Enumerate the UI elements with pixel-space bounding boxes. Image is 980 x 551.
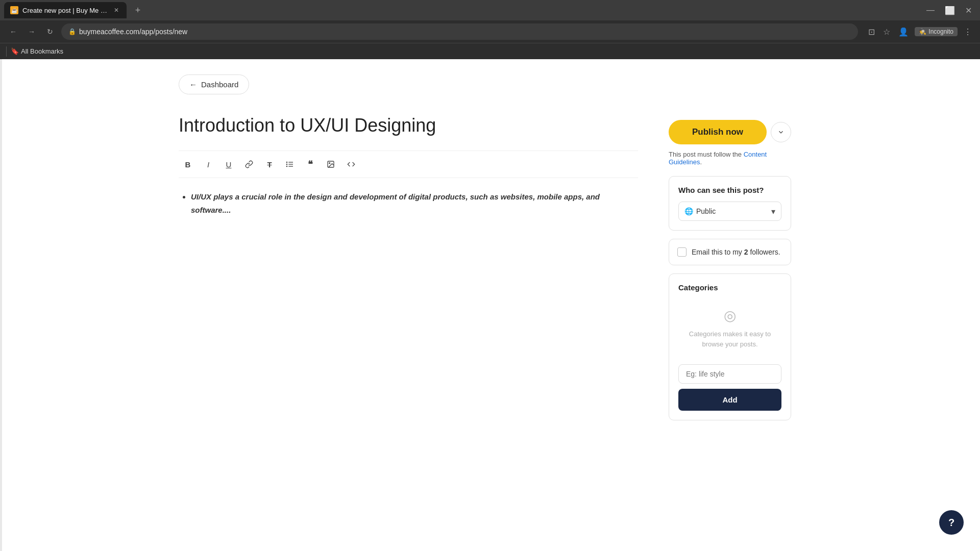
minimize-btn[interactable]: —: [922, 4, 939, 17]
main-layout: Introduction to UX/UI Designing B I U T …: [179, 115, 801, 429]
categories-hint: Categories makes it easy tobrowse your p…: [678, 329, 781, 349]
browser-controls: ← → ↻ 🔒 buymeacoffee.com/app/posts/new ⊡…: [0, 20, 980, 43]
all-bookmarks[interactable]: 🔖 All Bookmarks: [11, 47, 63, 55]
help-btn[interactable]: ?: [939, 510, 964, 535]
tab-title: Create new post | Buy Me a Coff: [22, 7, 108, 14]
browser-chrome: ☕ Create new post | Buy Me a Coff ✕ + — …: [0, 0, 980, 59]
bookmarks-label: All Bookmarks: [21, 47, 63, 55]
publish-now-btn[interactable]: Publish now: [669, 120, 767, 144]
visibility-title: Who can see this post?: [678, 186, 781, 194]
categories-icon: ◎: [678, 307, 781, 324]
page-content: ← Dashboard Introduction to UX/UI Design…: [0, 59, 980, 551]
categories-empty: ◎ Categories makes it easy tobrowse your…: [678, 299, 781, 357]
svg-point-4: [286, 164, 287, 164]
followers-count: 2: [744, 248, 748, 256]
profile-icon[interactable]: 👤: [896, 25, 911, 39]
list-btn[interactable]: [281, 155, 299, 173]
underline-btn[interactable]: U: [219, 155, 238, 173]
post-title[interactable]: Introduction to UX/UI Designing: [179, 115, 638, 136]
incognito-label: Incognito: [928, 28, 953, 35]
quote-btn[interactable]: ❝: [301, 155, 320, 173]
guidelines-suffix: .: [700, 158, 702, 166]
browser-actions: ⊡ ☆ 👤 🕵 Incognito ⋮: [866, 25, 974, 39]
browser-titlebar: ☕ Create new post | Buy Me a Coff ✕ + — …: [0, 0, 980, 20]
categories-section: Categories ◎ Categories makes it easy to…: [669, 273, 791, 420]
incognito-icon: 🕵: [919, 28, 926, 35]
tab-favicon: ☕: [10, 6, 18, 14]
window-controls: — ⬜ ✕: [922, 4, 976, 17]
visibility-select[interactable]: Public Members only Supporters only: [678, 202, 781, 221]
dashboard-label: Dashboard: [201, 80, 238, 89]
publish-chevron-btn[interactable]: [771, 122, 791, 142]
lock-icon: 🔒: [68, 28, 76, 35]
main-container: ← Dashboard Introduction to UX/UI Design…: [158, 59, 822, 429]
email-checkbox[interactable]: [677, 247, 687, 257]
bookmark-star-icon[interactable]: ☆: [881, 25, 892, 39]
editor-area: Introduction to UX/UI Designing B I U T …: [179, 115, 638, 429]
tab-close-btn[interactable]: ✕: [112, 6, 120, 14]
reload-btn[interactable]: ↻: [43, 24, 57, 39]
dashboard-btn[interactable]: ← Dashboard: [179, 74, 249, 94]
categories-title: Categories: [678, 283, 781, 292]
italic-btn[interactable]: I: [199, 155, 217, 173]
back-arrow-icon: ←: [189, 80, 197, 89]
post-content-area[interactable]: UI/UX plays a crucial role in the design…: [179, 190, 638, 216]
svg-point-7: [329, 163, 330, 164]
code-btn[interactable]: [342, 155, 360, 173]
link-btn[interactable]: [240, 155, 258, 173]
editor-toolbar: B I U T ❝: [179, 151, 638, 178]
image-btn[interactable]: [322, 155, 340, 173]
add-category-btn[interactable]: Add: [678, 389, 781, 411]
forward-btn[interactable]: →: [24, 24, 39, 39]
svg-point-3: [286, 162, 287, 162]
extensions-icon[interactable]: ⋮: [962, 25, 974, 39]
categories-input[interactable]: [678, 364, 781, 384]
incognito-badge: 🕵 Incognito: [915, 27, 958, 36]
cast-icon[interactable]: ⊡: [866, 25, 877, 39]
browser-tab[interactable]: ☕ Create new post | Buy Me a Coff ✕: [4, 2, 127, 18]
content-guidelines: This post must follow the Content Guidel…: [669, 151, 791, 166]
visibility-section: Who can see this post? 🌐 Public Members …: [669, 176, 791, 231]
svg-point-5: [286, 166, 287, 166]
guidelines-prefix: This post must follow the: [669, 151, 744, 158]
close-btn[interactable]: ✕: [961, 4, 976, 17]
bold-btn[interactable]: B: [179, 155, 197, 173]
bookmark-icon: 🔖: [11, 47, 19, 55]
visibility-select-wrapper: 🌐 Public Members only Supporters only ▾: [678, 202, 781, 221]
email-prefix: Email this to my: [692, 248, 744, 256]
bookmarks-bar: 🔖 All Bookmarks: [0, 43, 980, 59]
back-btn[interactable]: ←: [6, 24, 20, 39]
bookmarks-divider: [6, 46, 7, 57]
url-text: buymeacoffee.com/app/posts/new: [79, 28, 187, 36]
strikethrough-btn[interactable]: T: [260, 155, 279, 173]
content-list-item: UI/UX plays a crucial role in the design…: [191, 190, 638, 216]
left-bar: [0, 59, 2, 551]
right-sidebar: Publish now This post must follow the Co…: [669, 115, 791, 429]
restore-btn[interactable]: ⬜: [941, 4, 959, 17]
new-tab-btn[interactable]: +: [131, 3, 145, 17]
email-suffix: followers.: [748, 248, 780, 256]
address-bar[interactable]: 🔒 buymeacoffee.com/app/posts/new: [61, 23, 858, 40]
email-followers-section: Email this to my 2 followers.: [669, 239, 791, 265]
email-label: Email this to my 2 followers.: [692, 248, 780, 256]
publish-row: Publish now: [669, 120, 791, 144]
